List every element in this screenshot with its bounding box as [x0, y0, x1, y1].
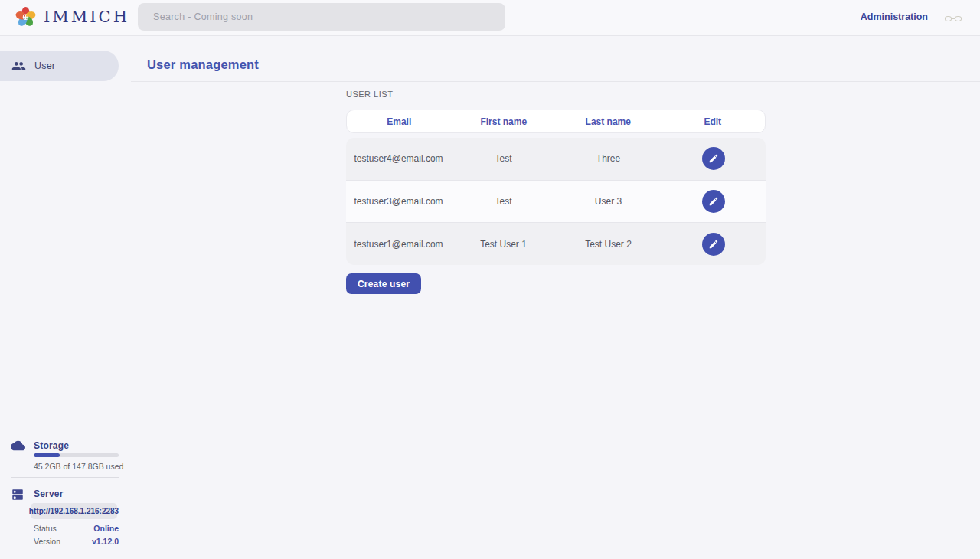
status-label: Status: [34, 524, 57, 533]
version-label: Version: [34, 537, 60, 546]
column-header: Edit: [661, 116, 766, 127]
pencil-icon: [708, 239, 719, 250]
server-status-row: Status Online: [34, 524, 119, 533]
pencil-icon: [708, 196, 719, 207]
immich-logo-icon: [15, 5, 37, 28]
administration-link[interactable]: Administration: [861, 11, 928, 22]
email-cell: testuser1@email.com: [346, 239, 451, 250]
main-content: User management USER LIST EmailFirst nam…: [131, 36, 980, 559]
table-row: testuser1@email.comTest User 1Test User …: [346, 223, 766, 265]
column-header: Email: [347, 116, 452, 127]
table-row: testuser4@email.comTestThree: [346, 138, 766, 181]
storage-section-title: Storage: [34, 440, 69, 451]
server-url-chip: http://192.168.1.216:2283: [31, 503, 117, 519]
brand[interactable]: IMMICH: [15, 5, 129, 28]
edit-user-button[interactable]: [702, 147, 725, 170]
top-navbar: IMMICH Administration: [0, 0, 980, 36]
first-name-cell: Test: [451, 196, 556, 207]
storage-progress-fill: [34, 453, 60, 457]
user-table: testuser4@email.comTestThreetestuser3@em…: [346, 138, 766, 265]
first-name-cell: Test: [451, 153, 556, 164]
server-version-row: Version v1.12.0: [34, 537, 119, 546]
server-icon: [11, 488, 24, 502]
column-header: Last name: [556, 116, 661, 127]
first-name-cell: Test User 1: [451, 239, 556, 250]
last-name-cell: Three: [556, 153, 661, 164]
create-user-button[interactable]: Create user: [346, 273, 421, 294]
user-table-header: EmailFirst nameLast nameEdit: [346, 110, 766, 133]
storage-usage-text: 45.2GB of 147.8GB used: [34, 462, 123, 471]
page-title: User management: [147, 57, 259, 72]
search-input[interactable]: [138, 3, 505, 31]
edit-cell: [661, 147, 766, 170]
storage-progress-bar: [34, 453, 119, 457]
last-name-cell: User 3: [556, 196, 661, 207]
server-section-title: Server: [34, 489, 64, 499]
email-cell: testuser4@email.com: [346, 153, 451, 164]
sidebar-item-label: User: [34, 60, 55, 71]
edit-user-button[interactable]: [702, 233, 725, 256]
brand-wordmark: IMMICH: [44, 8, 129, 26]
edit-user-button[interactable]: [702, 190, 725, 213]
last-name-cell: Test User 2: [556, 239, 661, 250]
sidebar-item-users[interactable]: User: [0, 51, 119, 81]
pencil-icon: [708, 153, 719, 164]
divider: [131, 81, 980, 82]
version-value: v1.12.0: [92, 537, 119, 546]
user-avatar[interactable]: [939, 3, 967, 31]
user-list-section-title: USER LIST: [346, 90, 393, 99]
column-header: First name: [452, 116, 557, 127]
email-cell: testuser3@email.com: [346, 196, 451, 207]
avatar-photo: [945, 16, 962, 21]
divider: [11, 477, 119, 478]
status-value: Online: [93, 524, 119, 533]
people-icon: [11, 59, 26, 74]
edit-cell: [661, 190, 766, 213]
table-row: testuser3@email.comTestUser 3: [346, 181, 766, 224]
cloud-icon: [11, 440, 25, 452]
edit-cell: [661, 233, 766, 256]
immich-admin-app: IMMICH Administration User Storage: [0, 0, 980, 559]
admin-sidebar: User Storage 45.2GB of 147.8GB used Serv…: [0, 36, 131, 559]
